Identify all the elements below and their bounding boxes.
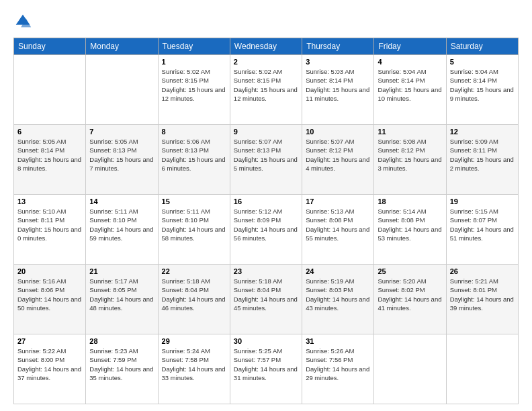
day-info: Sunrise: 5:22 AM Sunset: 8:00 PM Dayligh…: [17, 347, 82, 382]
day-info: Sunrise: 5:18 AM Sunset: 8:04 PM Dayligh…: [162, 277, 226, 312]
header: [13, 12, 519, 31]
day-info: Sunrise: 5:07 AM Sunset: 8:13 PM Dayligh…: [234, 137, 298, 173]
day-info: Sunrise: 5:11 AM Sunset: 8:10 PM Dayligh…: [89, 207, 154, 242]
day-info: Sunrise: 5:16 AM Sunset: 8:06 PM Dayligh…: [17, 277, 82, 312]
day-info: Sunrise: 5:24 AM Sunset: 7:58 PM Dayligh…: [162, 347, 226, 382]
calendar-cell: 2Sunrise: 5:02 AM Sunset: 8:15 PM Daylig…: [230, 55, 302, 125]
calendar-header-monday: Monday: [86, 38, 158, 55]
calendar-cell: 4Sunrise: 5:04 AM Sunset: 8:14 PM Daylig…: [374, 55, 446, 125]
day-number: 17: [306, 197, 370, 205]
calendar-cell: [86, 55, 158, 125]
day-info: Sunrise: 5:04 AM Sunset: 8:14 PM Dayligh…: [450, 67, 515, 103]
calendar-header-friday: Friday: [374, 38, 446, 55]
calendar-cell: 28Sunrise: 5:23 AM Sunset: 7:59 PM Dayli…: [86, 334, 158, 404]
day-info: Sunrise: 5:17 AM Sunset: 8:05 PM Dayligh…: [89, 277, 154, 312]
day-number: 5: [450, 58, 515, 66]
calendar-cell: 6Sunrise: 5:05 AM Sunset: 8:14 PM Daylig…: [14, 125, 86, 195]
day-number: 31: [306, 337, 370, 345]
calendar-cell: 14Sunrise: 5:11 AM Sunset: 8:10 PM Dayli…: [86, 195, 158, 265]
day-info: Sunrise: 5:02 AM Sunset: 8:15 PM Dayligh…: [234, 67, 298, 103]
day-info: Sunrise: 5:08 AM Sunset: 8:12 PM Dayligh…: [378, 137, 442, 173]
calendar-cell: 22Sunrise: 5:18 AM Sunset: 8:04 PM Dayli…: [158, 265, 230, 334]
calendar-week-4: 20Sunrise: 5:16 AM Sunset: 8:06 PM Dayli…: [14, 265, 519, 334]
day-number: 22: [162, 267, 226, 275]
day-info: Sunrise: 5:07 AM Sunset: 8:12 PM Dayligh…: [306, 137, 370, 173]
calendar-cell: [14, 55, 86, 125]
day-number: 23: [234, 267, 298, 275]
calendar-cell: 17Sunrise: 5:13 AM Sunset: 8:08 PM Dayli…: [302, 195, 374, 265]
day-number: 9: [234, 128, 298, 136]
day-number: 19: [450, 197, 515, 205]
calendar-cell: 24Sunrise: 5:19 AM Sunset: 8:03 PM Dayli…: [302, 265, 374, 334]
day-info: Sunrise: 5:23 AM Sunset: 7:59 PM Dayligh…: [89, 347, 154, 382]
day-info: Sunrise: 5:03 AM Sunset: 8:14 PM Dayligh…: [306, 67, 370, 103]
calendar-cell: 26Sunrise: 5:21 AM Sunset: 8:01 PM Dayli…: [446, 265, 518, 334]
day-number: 1: [162, 58, 226, 66]
day-info: Sunrise: 5:06 AM Sunset: 8:13 PM Dayligh…: [162, 137, 226, 173]
day-info: Sunrise: 5:12 AM Sunset: 8:09 PM Dayligh…: [234, 207, 298, 242]
calendar-cell: 13Sunrise: 5:10 AM Sunset: 8:11 PM Dayli…: [14, 195, 86, 265]
calendar-cell: 25Sunrise: 5:20 AM Sunset: 8:02 PM Dayli…: [374, 265, 446, 334]
calendar-cell: [446, 334, 518, 404]
day-info: Sunrise: 5:15 AM Sunset: 8:07 PM Dayligh…: [450, 207, 515, 242]
calendar-cell: 29Sunrise: 5:24 AM Sunset: 7:58 PM Dayli…: [158, 334, 230, 404]
calendar-header-thursday: Thursday: [302, 38, 374, 55]
calendar-header-saturday: Saturday: [446, 38, 518, 55]
day-number: 29: [162, 337, 226, 345]
calendar-cell: [374, 334, 446, 404]
day-number: 24: [306, 267, 370, 275]
calendar-header-tuesday: Tuesday: [158, 38, 230, 55]
day-number: 30: [234, 337, 298, 345]
day-number: 12: [450, 128, 515, 136]
day-number: 13: [17, 197, 82, 205]
calendar-table: SundayMondayTuesdayWednesdayThursdayFrid…: [13, 38, 519, 404]
day-info: Sunrise: 5:02 AM Sunset: 8:15 PM Dayligh…: [162, 67, 226, 103]
day-number: 8: [162, 128, 226, 136]
calendar-cell: 5Sunrise: 5:04 AM Sunset: 8:14 PM Daylig…: [446, 55, 518, 125]
calendar-cell: 1Sunrise: 5:02 AM Sunset: 8:15 PM Daylig…: [158, 55, 230, 125]
day-number: 20: [17, 267, 82, 275]
logo: [13, 12, 34, 31]
calendar-cell: 9Sunrise: 5:07 AM Sunset: 8:13 PM Daylig…: [230, 125, 302, 195]
day-number: 25: [378, 267, 442, 275]
day-info: Sunrise: 5:11 AM Sunset: 8:10 PM Dayligh…: [162, 207, 226, 242]
calendar-cell: 18Sunrise: 5:14 AM Sunset: 8:08 PM Dayli…: [374, 195, 446, 265]
calendar-cell: 30Sunrise: 5:25 AM Sunset: 7:57 PM Dayli…: [230, 334, 302, 404]
day-number: 27: [17, 337, 82, 345]
day-number: 16: [234, 197, 298, 205]
day-number: 10: [306, 128, 370, 136]
calendar-cell: 19Sunrise: 5:15 AM Sunset: 8:07 PM Dayli…: [446, 195, 518, 265]
calendar-cell: 15Sunrise: 5:11 AM Sunset: 8:10 PM Dayli…: [158, 195, 230, 265]
day-number: 11: [378, 128, 442, 136]
day-info: Sunrise: 5:13 AM Sunset: 8:08 PM Dayligh…: [306, 207, 370, 242]
calendar-header-sunday: Sunday: [14, 38, 86, 55]
day-number: 6: [17, 128, 82, 136]
day-info: Sunrise: 5:04 AM Sunset: 8:14 PM Dayligh…: [378, 67, 442, 103]
day-number: 14: [89, 197, 154, 205]
day-number: 26: [450, 267, 515, 275]
calendar-week-1: 1Sunrise: 5:02 AM Sunset: 8:15 PM Daylig…: [14, 55, 519, 125]
day-number: 7: [89, 128, 154, 136]
day-number: 28: [89, 337, 154, 345]
calendar-week-3: 13Sunrise: 5:10 AM Sunset: 8:11 PM Dayli…: [14, 195, 519, 265]
day-info: Sunrise: 5:05 AM Sunset: 8:14 PM Dayligh…: [17, 137, 82, 173]
day-number: 15: [162, 197, 226, 205]
calendar-cell: 20Sunrise: 5:16 AM Sunset: 8:06 PM Dayli…: [14, 265, 86, 334]
day-number: 2: [234, 58, 298, 66]
calendar-cell: 11Sunrise: 5:08 AM Sunset: 8:12 PM Dayli…: [374, 125, 446, 195]
calendar-cell: 23Sunrise: 5:18 AM Sunset: 8:04 PM Dayli…: [230, 265, 302, 334]
calendar-cell: 8Sunrise: 5:06 AM Sunset: 8:13 PM Daylig…: [158, 125, 230, 195]
calendar-cell: 31Sunrise: 5:26 AM Sunset: 7:56 PM Dayli…: [302, 334, 374, 404]
day-info: Sunrise: 5:14 AM Sunset: 8:08 PM Dayligh…: [378, 207, 442, 242]
day-info: Sunrise: 5:19 AM Sunset: 8:03 PM Dayligh…: [306, 277, 370, 312]
day-number: 3: [306, 58, 370, 66]
day-info: Sunrise: 5:18 AM Sunset: 8:04 PM Dayligh…: [234, 277, 298, 312]
calendar-cell: 21Sunrise: 5:17 AM Sunset: 8:05 PM Dayli…: [86, 265, 158, 334]
page: SundayMondayTuesdayWednesdayThursdayFrid…: [0, 0, 532, 411]
day-number: 4: [378, 58, 442, 66]
calendar-week-5: 27Sunrise: 5:22 AM Sunset: 8:00 PM Dayli…: [14, 334, 519, 404]
calendar-cell: 3Sunrise: 5:03 AM Sunset: 8:14 PM Daylig…: [302, 55, 374, 125]
calendar-cell: 7Sunrise: 5:05 AM Sunset: 8:13 PM Daylig…: [86, 125, 158, 195]
day-info: Sunrise: 5:09 AM Sunset: 8:11 PM Dayligh…: [450, 137, 515, 173]
day-number: 18: [378, 197, 442, 205]
